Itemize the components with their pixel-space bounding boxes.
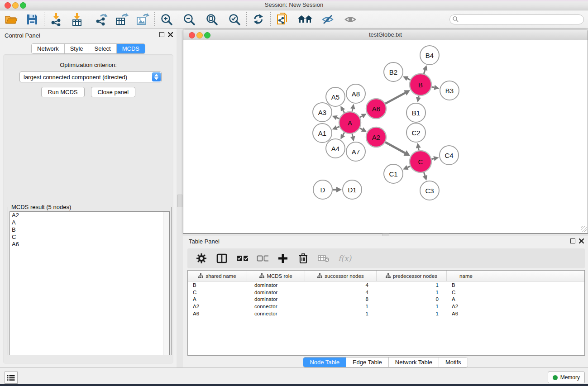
add-column-icon[interactable] bbox=[277, 253, 289, 264]
table-cell[interactable]: dominator bbox=[247, 290, 305, 295]
edge-B-B1[interactable] bbox=[418, 96, 419, 98]
tab-select[interactable]: Select bbox=[89, 44, 117, 53]
table-cell[interactable]: 8 bbox=[305, 296, 377, 302]
table-cell[interactable]: C bbox=[188, 290, 247, 295]
delete-icon[interactable] bbox=[297, 253, 309, 264]
vertical-splitter[interactable] bbox=[177, 29, 183, 367]
table-row[interactable]: Adominator80A bbox=[188, 295, 584, 303]
table-cell[interactable]: connector bbox=[247, 304, 305, 309]
table-row[interactable]: Cdominator41C bbox=[188, 289, 584, 296]
network-window-titlebar[interactable]: testGlobe.txt bbox=[183, 29, 588, 40]
table-cell[interactable]: connector bbox=[247, 311, 305, 316]
edge-B-B3[interactable] bbox=[431, 87, 434, 87]
close-panel-button[interactable]: Close panel bbox=[91, 87, 136, 97]
gear-icon[interactable] bbox=[196, 253, 207, 264]
edge-A-A1[interactable] bbox=[337, 127, 339, 128]
hide-eye-icon[interactable] bbox=[320, 12, 335, 27]
import-table-icon[interactable] bbox=[69, 12, 85, 27]
tab-network[interactable]: Network bbox=[32, 44, 65, 53]
memory-button[interactable]: Memory bbox=[548, 372, 585, 383]
table-cell[interactable]: B bbox=[447, 282, 485, 288]
table-cell[interactable]: 0 bbox=[377, 296, 447, 302]
zoom-out-icon[interactable] bbox=[182, 12, 197, 27]
table-row[interactable]: A2connector11A2 bbox=[188, 303, 584, 310]
close-window-button[interactable] bbox=[5, 2, 11, 9]
network-canvas[interactable]: B4B2BB3B1A5A8A6A3AA1A4A7A2C2CC4C1C3DD1 bbox=[184, 40, 587, 233]
zoom-fit-icon[interactable] bbox=[204, 12, 220, 27]
window-resize-grip[interactable] bbox=[581, 226, 587, 232]
export-network-icon[interactable] bbox=[93, 12, 109, 27]
open-file-icon[interactable] bbox=[4, 12, 19, 27]
table-cell[interactable]: C bbox=[447, 290, 485, 295]
column-visibility-icon[interactable] bbox=[216, 253, 228, 264]
tab-node-table[interactable]: Node Table bbox=[303, 357, 346, 367]
table-cell[interactable]: dominator bbox=[247, 282, 305, 288]
edge-A2-C[interactable] bbox=[385, 142, 405, 153]
edge-A-A6[interactable] bbox=[360, 116, 362, 117]
table-cell[interactable]: A6 bbox=[188, 311, 247, 316]
show-eye-icon[interactable] bbox=[343, 12, 358, 27]
export-table-icon[interactable] bbox=[114, 12, 129, 27]
minimize-window-button[interactable] bbox=[12, 2, 19, 9]
table-cell[interactable]: 1 bbox=[305, 311, 377, 316]
edge-A-A7[interactable] bbox=[352, 133, 353, 136]
table-cell[interactable]: 4 bbox=[305, 282, 377, 288]
zoom-selected-icon[interactable] bbox=[227, 12, 242, 27]
edge-A-A3[interactable] bbox=[337, 118, 339, 119]
criterion-dropdown[interactable]: largest connected component (directed) bbox=[19, 71, 162, 82]
column-header-MCDS-role[interactable]: MCDS role bbox=[247, 271, 305, 281]
mcds-list-scrollbar[interactable] bbox=[163, 212, 169, 355]
mcds-result-list[interactable]: A2ABCA6 bbox=[10, 211, 170, 355]
mcds-result-item[interactable]: C bbox=[10, 234, 169, 241]
refresh-icon[interactable] bbox=[251, 12, 266, 27]
edge-B-B2[interactable] bbox=[407, 78, 410, 80]
table-cell[interactable]: 1 bbox=[377, 282, 447, 288]
table-cell[interactable]: A2 bbox=[447, 304, 485, 309]
tab-motifs[interactable]: Motifs bbox=[439, 357, 468, 367]
column-header-predecessor-nodes[interactable]: predecessor nodes bbox=[377, 271, 447, 281]
mcds-result-item[interactable]: B bbox=[10, 226, 169, 234]
edge-A6-B[interactable] bbox=[385, 93, 405, 104]
table-cell[interactable]: 4 bbox=[305, 290, 377, 295]
tab-edge-table[interactable]: Edge Table bbox=[346, 357, 389, 367]
task-history-button[interactable] bbox=[5, 372, 18, 384]
edge-A-A2[interactable] bbox=[360, 128, 362, 129]
mcds-result-item[interactable]: A2 bbox=[10, 212, 169, 219]
table-cell[interactable]: 1 bbox=[377, 290, 447, 295]
edge-C-C3[interactable] bbox=[424, 172, 425, 176]
edge-A-A4[interactable] bbox=[343, 133, 344, 135]
column-header-name[interactable]: name bbox=[447, 271, 485, 281]
table-row[interactable]: A6connector11A6 bbox=[188, 310, 584, 317]
tab-style[interactable]: Style bbox=[65, 44, 89, 53]
tab-network-table[interactable]: Network Table bbox=[389, 357, 439, 367]
splitter-grip[interactable] bbox=[177, 195, 182, 207]
maximize-window-button[interactable] bbox=[20, 2, 26, 9]
table-cell[interactable]: B bbox=[188, 282, 247, 288]
edge-A-A8[interactable] bbox=[352, 109, 353, 111]
table-cell[interactable]: A2 bbox=[188, 304, 247, 309]
mcds-result-item[interactable]: A bbox=[10, 219, 169, 226]
home-network-icon[interactable] bbox=[297, 12, 313, 27]
run-mcds-button[interactable]: Run MCDS bbox=[41, 87, 85, 97]
close-panel-icon[interactable] bbox=[168, 32, 173, 37]
table-cell[interactable]: A bbox=[188, 296, 247, 302]
float-panel-icon[interactable] bbox=[159, 32, 164, 37]
minimize-view-button[interactable] bbox=[196, 32, 203, 38]
deselect-all-icon[interactable] bbox=[257, 253, 268, 264]
table-cell[interactable]: 1 bbox=[377, 311, 447, 316]
import-network-icon[interactable] bbox=[48, 12, 64, 27]
column-header-successor-nodes[interactable]: successor nodes bbox=[305, 271, 377, 281]
table-cell[interactable]: A bbox=[447, 296, 485, 302]
close-panel-icon[interactable] bbox=[579, 238, 584, 243]
table-row[interactable]: Bdominator41B bbox=[188, 281, 584, 289]
edge-C-C4[interactable] bbox=[431, 158, 434, 159]
table-cell[interactable]: A6 bbox=[447, 311, 485, 316]
network-graph[interactable]: B4B2BB3B1A5A8A6A3AA1A4A7A2C2CC4C1C3DD1 bbox=[184, 40, 587, 233]
float-panel-icon[interactable] bbox=[570, 238, 575, 243]
edge-B-B4[interactable] bbox=[424, 70, 425, 74]
edge-C-C2[interactable] bbox=[418, 148, 419, 151]
save-session-icon[interactable] bbox=[24, 12, 40, 27]
column-header-shared-name[interactable]: shared name bbox=[188, 271, 247, 281]
new-session-icon[interactable] bbox=[275, 12, 290, 27]
select-all-icon[interactable] bbox=[236, 253, 248, 264]
